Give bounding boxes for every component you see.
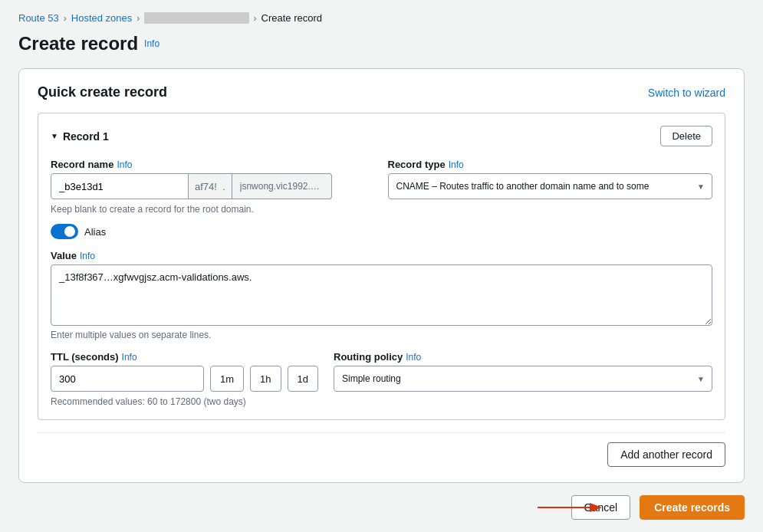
value-info-link[interactable]: Info <box>80 251 95 261</box>
record-type-info-link[interactable]: Info <box>449 159 464 170</box>
record-label: Record 1 <box>63 130 109 143</box>
breadcrumb-zone-name: jsnwong.vic1992.com <box>144 12 248 24</box>
breadcrumb: Route 53 › Hosted zones › jsnwong.vic199… <box>18 12 745 24</box>
collapse-triangle-icon: ▼ <box>51 132 58 140</box>
record-type-select[interactable]: CNAME – Routes traffic to another domain… <box>388 173 713 199</box>
record-title: ▼ Record 1 <box>51 130 109 143</box>
record-type-select-wrapper: CNAME – Routes traffic to another domain… <box>388 173 713 199</box>
record-name-domain-suffix: jsnwong.vic1992.com <box>232 173 332 199</box>
value-textarea[interactable]: _13f8f367…xgfwvgjsz.acm-validations.aws. <box>51 264 712 326</box>
switch-to-wizard-link[interactable]: Switch to wizard <box>648 87 725 99</box>
ttl-input-row: 1m 1h 1d <box>51 366 318 392</box>
routing-policy-info-link[interactable]: Info <box>406 352 421 363</box>
record-name-info-link[interactable]: Info <box>117 159 132 170</box>
add-record-row: Add another record <box>38 432 725 467</box>
value-helper: Enter multiple values on separate lines. <box>51 330 712 340</box>
main-card: Quick create record Switch to wizard ▼ R… <box>18 68 745 483</box>
record-header: ▼ Record 1 Delete <box>51 126 712 146</box>
ttl-helper: Recommended values: 60 to 172800 (two da… <box>51 396 318 407</box>
ttl-label: TTL (seconds) Info <box>51 351 318 363</box>
alias-label: Alias <box>84 226 106 238</box>
routing-policy-group: Routing policy Info Simple routing Weigh… <box>334 351 712 392</box>
ttl-1m-button[interactable]: 1m <box>210 366 244 392</box>
record-name-group: Record name Info af74! . jsnwong.vic1992… <box>51 159 376 215</box>
ttl-1h-button[interactable]: 1h <box>250 366 281 392</box>
routing-policy-select-wrapper: Simple routing Weighted Latency Failover… <box>334 366 712 392</box>
ttl-group: TTL (seconds) Info 1m 1h 1d Recommended … <box>51 351 318 407</box>
ttl-info-link[interactable]: Info <box>122 352 137 363</box>
breadcrumb-chevron-2: › <box>136 13 140 24</box>
card-header: Quick create record Switch to wizard <box>38 84 725 100</box>
breadcrumb-hosted-zones[interactable]: Hosted zones <box>71 12 133 24</box>
delete-record-button[interactable]: Delete <box>660 126 712 146</box>
routing-policy-label: Routing policy Info <box>334 351 712 363</box>
page-title: Create record <box>18 33 138 54</box>
breadcrumb-chevron-3: › <box>254 13 257 24</box>
record-name-label: Record name Info <box>51 159 376 170</box>
record-name-dot: af74! . <box>189 173 232 199</box>
page-info-link[interactable]: Info <box>144 38 160 49</box>
record-type-group: Record type Info CNAME – Routes traffic … <box>388 159 713 199</box>
record-section: ▼ Record 1 Delete Record name Info af74!… <box>38 113 725 420</box>
record-name-helper: Keep blank to create a record for the ro… <box>51 204 376 215</box>
ttl-1d-button[interactable]: 1d <box>288 366 318 392</box>
value-section: Value Info _13f8f367…xgfwvgjsz.acm-valid… <box>51 250 712 340</box>
alias-toggle[interactable] <box>51 224 78 239</box>
record-name-input-row: af74! . jsnwong.vic1992.com <box>51 173 376 199</box>
card-title: Quick create record <box>38 84 167 100</box>
page-title-row: Create record Info <box>18 33 745 54</box>
value-label: Value Info <box>51 250 712 261</box>
add-another-record-button[interactable]: Add another record <box>607 442 725 467</box>
ttl-routing-row: TTL (seconds) Info 1m 1h 1d Recommended … <box>51 351 712 407</box>
record-name-type-row: Record name Info af74! . jsnwong.vic1992… <box>51 159 712 215</box>
ttl-input[interactable] <box>51 366 204 392</box>
arrow-icon <box>538 496 607 519</box>
breadcrumb-route53[interactable]: Route 53 <box>18 12 59 24</box>
action-row: Cancel Create records <box>18 495 745 520</box>
routing-policy-select[interactable]: Simple routing Weighted Latency Failover… <box>334 366 712 392</box>
record-type-label: Record type Info <box>388 159 713 170</box>
create-records-button[interactable]: Create records <box>640 495 745 520</box>
alias-row: Alias <box>51 224 712 239</box>
breadcrumb-chevron-1: › <box>64 13 67 24</box>
record-name-input[interactable] <box>51 173 189 199</box>
breadcrumb-current: Create record <box>261 12 322 24</box>
